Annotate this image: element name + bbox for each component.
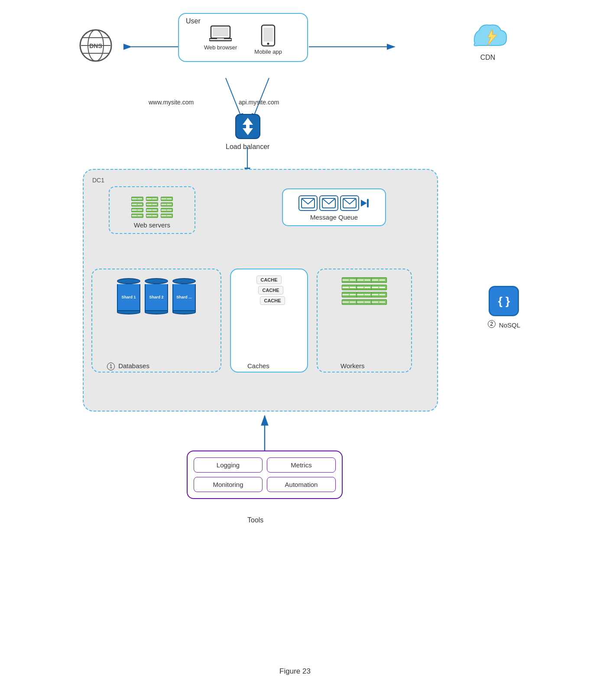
shard3-icon: Shard ... — [172, 278, 196, 314]
databases-box: Shard 1 Shard 2 Shard ... — [91, 269, 221, 373]
cache-card-2: CACHE — [258, 286, 283, 295]
caches-label: Caches — [247, 362, 269, 369]
tools-metrics: Metrics — [267, 457, 336, 473]
cdn-component: CDN — [468, 22, 507, 62]
caches-box: CACHE CACHE CACHE — [230, 269, 308, 373]
phone-icon — [261, 24, 276, 47]
shard1-icon: Shard 1 — [117, 278, 140, 314]
shard3-label: Shard ... — [172, 284, 196, 311]
tools-monitoring: Monitoring — [194, 477, 263, 492]
www-url-label: www.mysite.com — [149, 99, 194, 106]
user-label: User — [186, 17, 201, 25]
databases-label: 1 Databases — [107, 362, 149, 370]
caches-icon: CACHE CACHE CACHE — [231, 269, 307, 312]
dc1-label: DC1 — [92, 177, 104, 184]
api-url-label: api.mysite.com — [239, 99, 279, 106]
nosql-num: 2 — [488, 320, 496, 328]
message-queue-box: Message Queue — [282, 188, 386, 226]
svg-rect-26 — [213, 27, 228, 36]
tools-label: Tools — [247, 516, 263, 524]
load-balancer-icon — [234, 113, 262, 140]
shard2-icon: Shard 2 — [145, 278, 168, 314]
load-balancer-label: Load balancer — [226, 143, 269, 151]
tools-automation: Automation — [267, 477, 336, 492]
workers-box — [317, 269, 412, 373]
workers-label: Workers — [340, 362, 365, 369]
web-servers-box: Web servers — [109, 186, 195, 234]
svg-point-31 — [267, 43, 269, 45]
dns-icon: DNS — [78, 28, 113, 63]
tools-box: Logging Metrics Monitoring Automation — [187, 450, 343, 499]
svg-rect-30 — [263, 28, 273, 42]
laptop-icon — [209, 24, 232, 42]
databases-text: Databases — [118, 362, 149, 369]
svg-marker-37 — [361, 200, 367, 207]
load-balancer: Load balancer — [226, 113, 269, 151]
tools-grid: Logging Metrics Monitoring Automation — [194, 457, 336, 492]
message-queue-icon — [289, 195, 379, 211]
web-servers-label: Web servers — [114, 221, 190, 229]
mobile-app-item: Mobile app — [254, 24, 282, 55]
cache-card-3: CACHE — [260, 296, 285, 305]
svg-text:DNS: DNS — [89, 42, 102, 49]
cdn-label: CDN — [480, 54, 496, 62]
web-servers-icon — [114, 197, 190, 218]
nosql-icon: { } — [489, 286, 519, 316]
shard1-label: Shard 1 — [117, 284, 140, 311]
databases-num: 1 — [107, 363, 115, 370]
web-browser-label: Web browser — [204, 44, 237, 51]
tools-logging: Logging — [194, 457, 263, 473]
cache-card-1: CACHE — [256, 275, 281, 284]
svg-rect-28 — [217, 38, 224, 39]
web-browser-item: Web browser — [204, 24, 237, 55]
shard2-label: Shard 2 — [145, 284, 168, 311]
figure-label: Figure 23 — [57, 667, 533, 676]
svg-rect-38 — [367, 199, 369, 207]
mobile-app-label: Mobile app — [254, 49, 282, 55]
dns-component: DNS — [78, 28, 113, 63]
user-box: User Web browser Mobile app — [178, 13, 308, 62]
workers-icon — [318, 269, 411, 298]
cdn-icon — [468, 22, 507, 52]
message-queue-label: Message Queue — [289, 214, 379, 221]
nosql-label: NoSQL — [499, 321, 520, 329]
nosql-component: { } 2 NoSQL — [488, 286, 520, 329]
